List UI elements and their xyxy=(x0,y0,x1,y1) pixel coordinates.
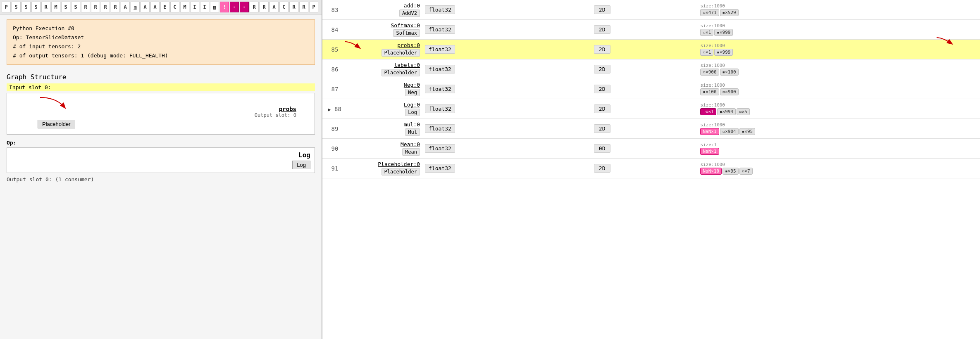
size-chip: NaN×10 xyxy=(700,168,722,175)
op-name-cell: probs:0Placeholder xyxy=(347,40,422,59)
dim-badge: 2D xyxy=(594,65,610,73)
size-chips: NaN×1 xyxy=(700,148,977,155)
dtype-badge: float32 xyxy=(425,104,455,113)
dtype-cell: float32 xyxy=(422,0,591,20)
op-type-badge: AddV2 xyxy=(399,9,420,17)
char-E[interactable]: E xyxy=(160,2,169,12)
dim-cell: 2D xyxy=(591,119,697,139)
size-cell: size:1000NaN×10▪×95▫×7 xyxy=(697,159,980,178)
dtype-badge: float32 xyxy=(425,85,455,93)
dtype-badge: float32 xyxy=(425,65,455,73)
row-number: 86 xyxy=(322,59,347,79)
op-label: Op: xyxy=(7,140,315,146)
op-type-badge: Neg xyxy=(405,89,420,96)
size-label: size:1000 xyxy=(700,63,977,68)
placeholder-button[interactable]: Placeholder xyxy=(38,120,75,128)
size-chips: ▫×471▪×529 xyxy=(700,9,977,16)
table-row: 87Neg:0Negfloat322Dsize:1000▪×100▫×900 xyxy=(322,79,980,99)
info-output-tensors: # of output tensors: 1 (debug mode: FULL… xyxy=(13,51,309,60)
char-C2[interactable]: C xyxy=(279,2,289,12)
dtype-cell: float32 xyxy=(422,159,591,178)
char-R1[interactable]: R xyxy=(41,2,50,12)
dim-badge: 2D xyxy=(594,104,610,113)
char-dash2[interactable]: - xyxy=(240,2,249,12)
graph-inner: probs Output slot: 0 Placeholder xyxy=(7,93,315,135)
op-type-badge: Placeholder xyxy=(382,168,420,175)
dim-cell: 2D xyxy=(591,59,697,79)
char-A3[interactable]: A xyxy=(150,2,160,12)
output-slot-footer: Output slot 0: (1 consumer) xyxy=(7,176,315,183)
char-R7[interactable]: R xyxy=(260,2,269,12)
char-S5[interactable]: S xyxy=(71,2,80,12)
dtype-cell: float32 xyxy=(422,119,591,139)
op-name-link[interactable]: Softmax:0 xyxy=(351,22,420,28)
op-button[interactable]: Log xyxy=(292,161,310,169)
size-chip: ▫×1 xyxy=(700,49,713,56)
op-name-link[interactable]: mul:0 xyxy=(351,121,420,128)
char-R6[interactable]: R xyxy=(250,2,259,12)
op-name-link[interactable]: Mean:0 xyxy=(351,141,420,147)
char-S1[interactable]: S xyxy=(12,2,21,12)
char-A1[interactable]: A xyxy=(121,2,130,12)
op-type-badge: Placeholder xyxy=(382,69,420,76)
char-A4[interactable]: A xyxy=(269,2,279,12)
char-exclaim[interactable]: ! xyxy=(220,2,229,12)
size-cell: size:1000NaN×1▫×904▪×95 xyxy=(697,119,980,139)
size-chip: ▫×900 xyxy=(700,69,719,76)
char-I2[interactable]: I xyxy=(200,2,209,12)
char-S4[interactable]: S xyxy=(61,2,70,12)
dtype-badge: float32 xyxy=(425,144,455,153)
size-chip: NaN×1 xyxy=(700,128,719,135)
probs-link[interactable]: probs xyxy=(13,106,309,112)
char-R3[interactable]: R xyxy=(91,2,100,12)
red-arrow-size xyxy=(935,36,955,48)
char-dash1[interactable]: - xyxy=(230,2,239,12)
op-name-link[interactable]: labels:0 xyxy=(351,62,420,68)
size-chip: ▪×95 xyxy=(722,168,739,175)
dim-badge: 0D xyxy=(594,144,610,153)
op-name-cell: Log:0Log xyxy=(347,99,422,119)
dim-badge: 2D xyxy=(594,25,610,34)
op-name-link[interactable]: add:0 xyxy=(351,2,420,9)
char-I1[interactable]: I xyxy=(190,2,199,12)
output-slot-text: Output slot: 0 xyxy=(13,112,309,118)
char-M2[interactable]: M xyxy=(180,2,189,12)
table-row: 91Placeholder:0Placeholderfloat322Dsize:… xyxy=(322,159,980,178)
table-row: 83add:0AddV2float322Dsize:1000▫×471▪×529 xyxy=(322,0,980,20)
op-name-link[interactable]: Placeholder:0 xyxy=(351,161,420,167)
char-R5[interactable]: R xyxy=(111,2,120,12)
table-row: 90Mean:0Meanfloat320Dsize:1NaN×1 xyxy=(322,139,980,159)
char-S2[interactable]: S xyxy=(21,2,31,12)
row-number: 90 xyxy=(322,139,347,159)
info-input-tensors: # of input tensors: 2 xyxy=(13,42,309,51)
char-C1[interactable]: C xyxy=(170,2,179,12)
op-box: Log Log xyxy=(7,147,315,173)
char-P2[interactable]: P xyxy=(309,2,318,12)
dim-badge: 2D xyxy=(594,85,610,93)
char-A2[interactable]: A xyxy=(141,2,150,12)
dtype-cell: float32 xyxy=(422,40,591,59)
size-cell: size:1NaN×1 xyxy=(697,139,980,159)
dtype-badge: float32 xyxy=(425,25,455,34)
size-chip: ▫×471 xyxy=(700,9,719,16)
char-R9[interactable]: R xyxy=(299,2,308,12)
op-name-link[interactable]: Neg:0 xyxy=(351,82,420,88)
char-R2[interactable]: R xyxy=(81,2,90,12)
size-label: size:1000 xyxy=(700,3,977,9)
size-chip: ▪×994 xyxy=(717,108,736,115)
char-M[interactable]: M xyxy=(51,2,60,12)
char-S3[interactable]: S xyxy=(31,2,41,12)
char-R4[interactable]: R xyxy=(101,2,110,12)
char-m1[interactable]: m xyxy=(131,2,140,12)
char-P[interactable]: P xyxy=(2,2,11,12)
op-type-badge: Mean xyxy=(402,148,420,156)
char-m2[interactable]: m xyxy=(210,2,219,12)
size-chips: NaN×1▫×904▪×95 xyxy=(700,128,977,135)
op-name-link[interactable]: Log:0 xyxy=(351,102,420,108)
op-type-badge: Softmax xyxy=(393,29,420,37)
op-name-cell: Mean:0Mean xyxy=(347,139,422,159)
dim-cell: 2D xyxy=(591,79,697,99)
expand-arrow[interactable]: ▶ xyxy=(328,107,331,112)
left-panel: P S S S R M S S R R R R A m A A E C M I … xyxy=(0,0,322,339)
char-R8[interactable]: R xyxy=(289,2,298,12)
